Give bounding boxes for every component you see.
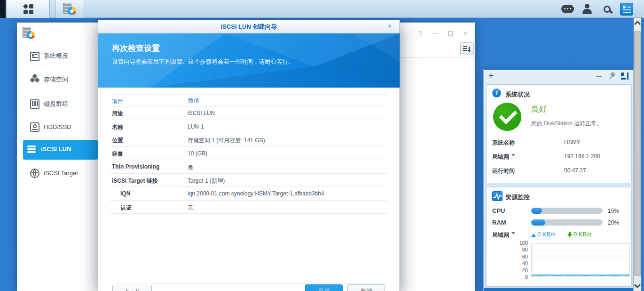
taskbar-corner bbox=[0, 0, 6, 18]
chevron-down-icon bbox=[511, 154, 515, 158]
sort-button[interactable] bbox=[460, 42, 474, 55]
column-header-item: 项目 bbox=[112, 97, 123, 105]
system-name-label: 系统名称 bbox=[492, 139, 515, 147]
chart-ytick: 100 bbox=[519, 240, 528, 247]
row-value: 是 bbox=[188, 163, 193, 171]
pin-icon[interactable] bbox=[606, 71, 617, 81]
sidebar-item-label: 磁盘群组 bbox=[44, 100, 68, 108]
row-value: 10 (GB) bbox=[188, 150, 207, 157]
row-value: LUN-1 bbox=[188, 123, 204, 130]
sidebar-item-label: iSCSI LUN bbox=[41, 146, 71, 153]
user-options-button[interactable] bbox=[579, 0, 595, 18]
row-value: 存储空间 1 (可用容量: 141 GB) bbox=[188, 137, 265, 145]
row-label: 名称 bbox=[112, 123, 123, 131]
download-rate: 0 KB/s bbox=[567, 231, 591, 238]
system-name-value: HSMY bbox=[564, 139, 581, 146]
upload-arrow-icon bbox=[531, 231, 536, 237]
info-icon: i bbox=[492, 89, 501, 97]
top-taskbar bbox=[0, 0, 644, 18]
window-help-button[interactable]: ? bbox=[416, 29, 425, 38]
dialog-title: iSCSI LUN 创建向导 bbox=[98, 20, 400, 33]
desktop-scrollbar[interactable] bbox=[634, 18, 641, 291]
sidebar-item-label: 系统概况 bbox=[44, 52, 68, 60]
table-row: 容量 10 (GB) bbox=[110, 147, 387, 161]
sidebar-item-label: HDD/SSD bbox=[44, 123, 71, 130]
table-row: IQN iqn.2000-01.com.synology:HSMY.Target… bbox=[110, 187, 387, 201]
health-status-desc: 您的 DiskStation 运转正常。 bbox=[531, 120, 602, 128]
back-button[interactable]: 上一步 bbox=[112, 285, 152, 291]
row-value: Target-1 (新增) bbox=[188, 177, 225, 185]
table-row: 位置 存储空间 1 (可用容量: 141 GB) bbox=[110, 133, 387, 147]
main-menu-button[interactable] bbox=[7, 0, 50, 18]
main-menu-icon bbox=[24, 4, 33, 14]
health-status-text: 良好 bbox=[531, 104, 547, 114]
window-maximize-button[interactable] bbox=[446, 29, 455, 38]
chart-ytick: 60 bbox=[522, 254, 528, 260]
lan-ip-value: 192.168.1.200 bbox=[564, 153, 600, 160]
lan-dropdown[interactable]: 局域网 bbox=[492, 231, 515, 239]
row-value: iSCSI LUN bbox=[188, 110, 215, 116]
uptime-value: 00:47:27 bbox=[564, 167, 586, 174]
cpu-meter bbox=[531, 208, 603, 214]
desktop-area: ? ─ × 系统概况 存储空间 磁盘群组 bbox=[0, 18, 644, 291]
dsm-desktop: ? ─ × 系统概况 存储空间 磁盘群组 bbox=[0, 0, 644, 291]
row-label: Thin Provisioning bbox=[112, 163, 159, 170]
iscsi-lun-icon bbox=[27, 146, 37, 155]
sidebar-item-iscsi-lun[interactable]: iSCSI LUN bbox=[23, 140, 98, 160]
sidebar-item-label: 存储空间 bbox=[44, 75, 68, 84]
chart-ytick: 0 bbox=[525, 274, 528, 281]
iscsi-lun-wizard-dialog: iSCSI LUN 创建向导 × 再次检查设置 设置向导将会应用下列设置。这个步… bbox=[98, 20, 400, 291]
ram-label: RAM bbox=[492, 219, 506, 226]
hdd-ssd-icon bbox=[30, 122, 39, 132]
add-widget-button[interactable]: + bbox=[488, 71, 494, 81]
table-row: 名称 LUN-1 bbox=[110, 120, 387, 134]
footer-separator bbox=[110, 283, 388, 283]
panel-bottom-edge bbox=[484, 288, 633, 291]
chat-bubble-icon bbox=[561, 5, 574, 13]
health-check-icon bbox=[493, 103, 521, 131]
search-button[interactable] bbox=[599, 0, 615, 18]
table-row: iSCSI Target 链接 Target-1 (新增) bbox=[110, 174, 387, 187]
row-value: 无 bbox=[188, 204, 193, 212]
scroll-up-arrow[interactable] bbox=[634, 21, 641, 27]
widget-panel: + i 系统状况 良好 您的 DiskStation 运转正常。 系统名称 HS… bbox=[483, 68, 634, 291]
lan-throughput-chart bbox=[531, 243, 630, 277]
cancel-button[interactable]: 取消 bbox=[347, 284, 385, 291]
ram-meter bbox=[531, 219, 603, 226]
chevron-down-icon bbox=[511, 232, 515, 236]
column-header-value: 数值 bbox=[184, 95, 199, 107]
uptime-label: 运行时间 bbox=[492, 167, 515, 175]
storage-manager-taskbar-button[interactable] bbox=[55, 0, 84, 18]
sidebar-item-label: iSCSI Target bbox=[44, 170, 78, 177]
sort-icon bbox=[463, 46, 467, 52]
table-header-row: 项目 数值 bbox=[110, 94, 387, 106]
resource-monitor-widget: 资源监控 CPU 15% RAM 20% 局域网 0 KB/s 0 KB/s 1… bbox=[486, 187, 632, 287]
wizard-step-title: 再次检查设置 bbox=[112, 43, 160, 54]
table-row: Thin Provisioning 是 bbox=[110, 160, 387, 174]
table-row: 用途 iSCSI LUN bbox=[110, 106, 387, 120]
window-close-button[interactable]: × bbox=[461, 29, 470, 38]
row-label: 容量 bbox=[112, 150, 123, 158]
settings-summary-table: 项目 数值 用途 iSCSI LUN 名称 LUN-1 位置 存储空间 1 (可… bbox=[110, 94, 387, 214]
cpu-percent: 15% bbox=[608, 208, 619, 214]
scroll-down-arrow[interactable] bbox=[634, 282, 641, 288]
window-minimize-button[interactable]: ─ bbox=[431, 29, 440, 38]
widgets-toggle-button[interactable] bbox=[619, 0, 635, 18]
widget-title: 资源监控 bbox=[505, 193, 530, 202]
collapse-panel-button[interactable] bbox=[596, 76, 602, 77]
dialog-close-button[interactable]: × bbox=[385, 22, 394, 31]
wizard-step-subtitle: 设置向导将会应用下列设置。这个步骤将会花一些时间，请耐心等待。 bbox=[112, 58, 294, 66]
window-controls: ? ─ × bbox=[416, 29, 470, 38]
iscsi-target-icon bbox=[30, 169, 39, 178]
apply-button[interactable]: 应用 bbox=[305, 284, 343, 291]
lan-dropdown[interactable]: 局域网 bbox=[492, 153, 515, 161]
scrollbar-thumb[interactable] bbox=[634, 31, 641, 276]
system-overview-icon bbox=[30, 52, 39, 61]
cpu-label: CPU bbox=[492, 207, 505, 214]
row-label: 位置 bbox=[112, 137, 123, 145]
notifications-button[interactable] bbox=[559, 0, 575, 18]
resource-monitor-icon bbox=[492, 191, 503, 201]
dock-panel-icon[interactable] bbox=[621, 73, 628, 80]
download-arrow-icon bbox=[567, 231, 572, 237]
row-label: 用途 bbox=[112, 110, 123, 118]
